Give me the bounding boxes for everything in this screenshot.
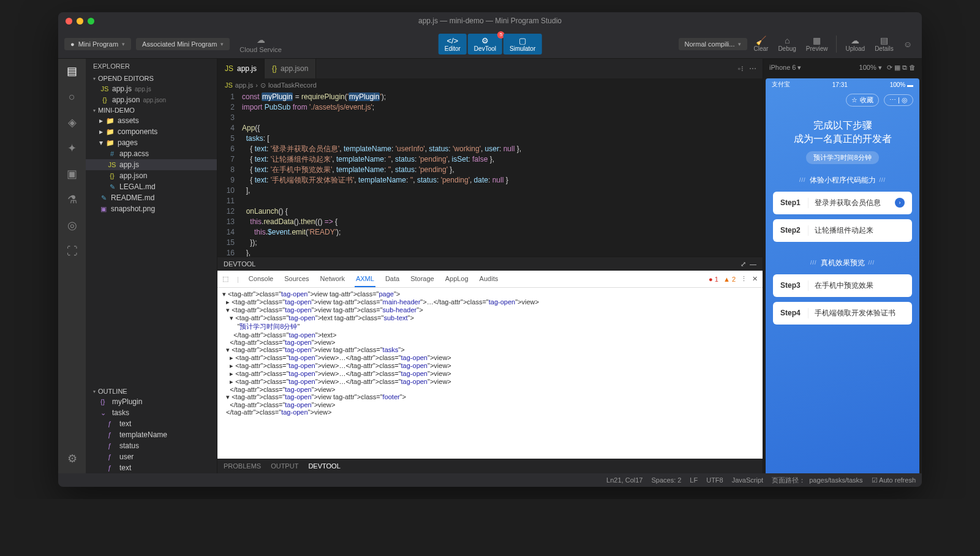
mini-program-dropdown[interactable]: ● Mini Program — [64, 38, 131, 50]
simulator-button[interactable]: ▢Simulator — [503, 34, 541, 54]
outline-item[interactable]: ƒtext — [86, 462, 217, 473]
associated-dropdown[interactable]: Associated Mini Program — [136, 38, 230, 50]
open-editors-section[interactable]: OPEND EDITORS — [86, 73, 217, 83]
maximize-icon[interactable] — [88, 18, 94, 24]
auto-refresh-toggle[interactable]: ☑ Auto refresh — [872, 476, 916, 484]
menu-button[interactable]: ⋯ | ◎ — [884, 94, 913, 106]
explorer-icon[interactable]: ▤ — [65, 64, 80, 78]
dom-tree[interactable]: ▾ <tag-attr">class="tag-open">view tag-a… — [217, 288, 763, 459]
editor-tab[interactable]: JSapp.js — [217, 59, 265, 78]
outline-item[interactable]: ƒtemplateName — [86, 429, 217, 440]
tree-item[interactable]: ✎LEGAL.md — [86, 181, 217, 192]
more-icon[interactable]: ⋯ — [749, 64, 756, 73]
open-editor-item[interactable]: JSapp.js app.js — [86, 83, 217, 94]
route-status[interactable]: 页面路径： pages/tasks/tasks — [772, 476, 863, 485]
sim-refresh-icon[interactable]: ⟳ — [887, 64, 892, 72]
step-card[interactable]: Step2让轮播组件动起来 — [773, 219, 912, 242]
target-icon[interactable]: ◎ — [65, 218, 80, 233]
search-icon[interactable]: ○ — [65, 89, 80, 104]
sim-delete-icon[interactable]: 🗑 — [909, 64, 916, 71]
outline-section[interactable]: OUTLINE — [86, 386, 217, 396]
panel-maximize-icon[interactable]: ⤢ — [741, 260, 746, 268]
step-card[interactable]: Step4手机端领取开发体验证书 — [773, 302, 912, 325]
devtool-tab[interactable]: Data — [384, 271, 401, 287]
tree-item[interactable]: ▣snapshot.png — [86, 203, 217, 214]
devtool-tab[interactable]: Console — [247, 271, 274, 287]
code-editor[interactable]: 123456789101112131415161718192021222324 … — [217, 92, 763, 257]
database-icon[interactable]: ▣ — [65, 167, 80, 181]
language-status[interactable]: JavaScript — [732, 476, 763, 484]
bottom-tab[interactable]: OUTPUT — [271, 462, 298, 470]
devtool-close-icon[interactable]: ✕ — [752, 275, 758, 283]
panel-close-icon[interactable]: — — [750, 260, 756, 268]
extensions-icon[interactable]: ✦ — [65, 141, 80, 156]
split-icon[interactable]: ▫⫶ — [738, 64, 744, 73]
tree-item[interactable]: ✎README.md — [86, 192, 217, 203]
devtool-tabs: ⬚ | ConsoleSourcesNetworkAXMLDataStorage… — [217, 271, 763, 288]
tree-item[interactable]: ▸📁components — [86, 126, 217, 137]
devtool-button[interactable]: ⚙5DevTool — [468, 34, 502, 54]
close-icon[interactable] — [66, 18, 72, 24]
minimize-icon[interactable] — [77, 18, 83, 24]
tree-item[interactable]: JSapp.js — [86, 159, 217, 170]
upload-button[interactable]: ☁Upload — [842, 34, 869, 53]
user-icon[interactable]: ☺ — [900, 38, 916, 50]
headline: 完成以下步骤成为一名真正的开发者 — [794, 119, 892, 146]
tree-item[interactable]: ▸📁assets — [86, 115, 217, 126]
sim-grid-icon[interactable]: ▦ — [894, 64, 900, 72]
breadcrumb[interactable]: JSapp.js›⊙loadTaskRecord — [217, 78, 763, 92]
carrier-label: 支付宝 — [772, 80, 790, 89]
zoom-selector[interactable]: 100% ▾ — [859, 64, 882, 72]
eol-status[interactable]: LF — [690, 476, 698, 484]
outline-item[interactable]: ƒuser — [86, 451, 217, 462]
scan-icon[interactable]: ⛶ — [65, 244, 80, 258]
debug-button[interactable]: ⌂Debug — [774, 34, 799, 53]
editor-tabs: JSapp.js{}app.json ▫⫶ ⋯ — [217, 59, 763, 78]
tree-item[interactable]: {}app.json — [86, 170, 217, 181]
cursor-position[interactable]: Ln21, Col17 — [606, 476, 643, 484]
source-control-icon[interactable]: ◈ — [65, 115, 80, 130]
devtool-tab[interactable]: Audits — [478, 271, 500, 287]
tree-item[interactable]: ▾📁pages — [86, 137, 217, 148]
sim-copy-icon[interactable]: ⧉ — [902, 64, 907, 72]
preview-button[interactable]: ▦Preview — [802, 34, 832, 53]
statusbar: Ln21, Col17 Spaces: 2 LF UTF8 JavaScript… — [58, 473, 922, 487]
devtool-tab[interactable]: Sources — [283, 271, 310, 287]
flask-icon[interactable]: ⚗ — [65, 192, 80, 207]
encoding-status[interactable]: UTF8 — [706, 476, 723, 484]
open-editor-item[interactable]: {}app.json app.json — [86, 94, 217, 105]
indent-status[interactable]: Spaces: 2 — [651, 476, 681, 484]
step-card[interactable]: Step3在手机中预览效果 — [773, 274, 912, 297]
outline-item[interactable]: ƒtext — [86, 418, 217, 429]
clear-button[interactable]: 🧹Clear — [750, 34, 772, 53]
bottom-tab[interactable]: PROBLEMS — [224, 462, 261, 470]
inspect-icon[interactable]: ⬚ — [222, 275, 228, 283]
devtool-tab[interactable]: AXML — [355, 271, 375, 287]
warning-count[interactable]: ▲ 2 — [723, 276, 736, 283]
editor-tab[interactable]: {}app.json — [265, 59, 316, 78]
window-controls — [66, 18, 94, 24]
devtool-tab[interactable]: Storage — [409, 271, 435, 287]
step-card[interactable]: Step1登录并获取会员信息› — [773, 192, 912, 214]
devtool-panel: DEVTOOL ⤢ — ⬚ | ConsoleSourcesNetworkAXM… — [217, 257, 763, 459]
compile-mode-dropdown[interactable]: Normal compili... — [679, 38, 748, 50]
devtool-tab[interactable]: Network — [319, 271, 346, 287]
device-selector[interactable]: iPhone 6 ▾ — [769, 64, 802, 72]
settings-icon[interactable]: ⚙ — [65, 451, 80, 466]
phone-preview[interactable]: 支付宝 17:31 100% ▬ ☆ 收藏 ⋯ | ◎ 完成以下步骤成为一名真正… — [766, 78, 919, 473]
outline-item[interactable]: ƒstatus — [86, 440, 217, 451]
favorite-button[interactable]: ☆ 收藏 — [846, 94, 879, 107]
sub-pill: 预计学习时间8分钟 — [806, 151, 878, 164]
cloud-service-button[interactable]: ☁Cloud Service — [235, 35, 286, 53]
outline-item[interactable]: {}myPlugin — [86, 396, 217, 407]
tree-item[interactable]: #app.acss — [86, 148, 217, 159]
error-count[interactable]: ● 1 — [709, 276, 718, 283]
devtool-tab[interactable]: AppLog — [444, 271, 470, 287]
outline-item[interactable]: ⌄tasks — [86, 407, 217, 418]
editor-button[interactable]: </>Editor — [439, 34, 467, 54]
bottom-tab[interactable]: DEVTOOL — [308, 462, 340, 470]
simulator-pane: iPhone 6 ▾ 100% ▾ ⟳ ▦ ⧉ 🗑 支付宝 17:31 100%… — [763, 59, 922, 473]
project-section[interactable]: MINI-DEMO — [86, 105, 217, 115]
details-button[interactable]: ▤Details — [871, 34, 897, 53]
devtool-more-icon[interactable]: ⋮ — [741, 275, 747, 283]
